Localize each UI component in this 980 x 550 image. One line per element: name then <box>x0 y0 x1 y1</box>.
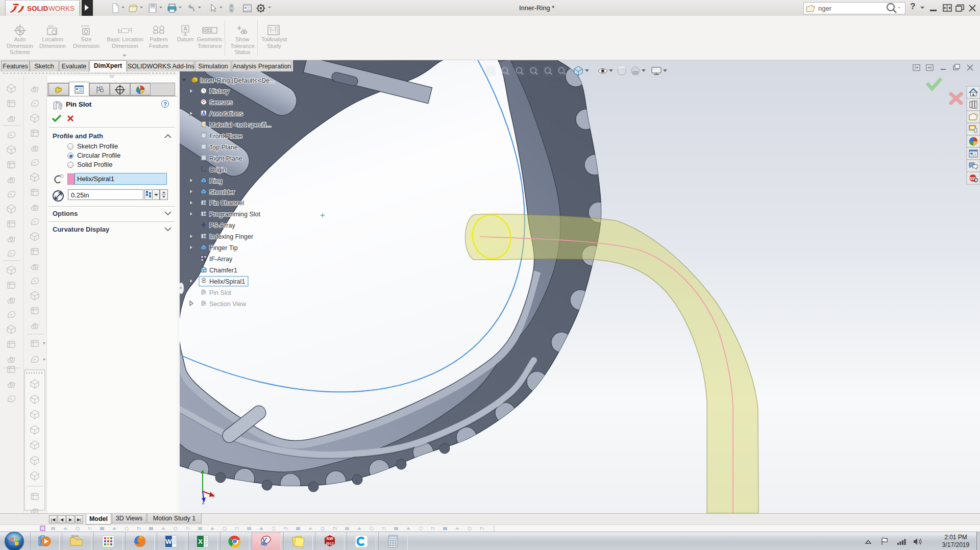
svg-text:Finger Tip: Finger Tip <box>209 244 238 252</box>
svg-text:A: A <box>184 26 187 32</box>
svg-text:Shoulder: Shoulder <box>209 189 235 196</box>
svg-text:IF-Array: IF-Array <box>209 256 233 263</box>
svg-text:2017: 2017 <box>326 542 334 545</box>
svg-text:Ring: Ring <box>209 178 223 185</box>
svg-text:Sensors: Sensors <box>209 99 233 106</box>
svg-text:X: X <box>198 538 203 545</box>
svg-text:Helix/Spiral1: Helix/Spiral1 <box>209 278 245 285</box>
svg-text:Chamfer1: Chamfer1 <box>209 267 237 274</box>
svg-text:Material <not specifi...: Material <not specifi... <box>209 121 272 129</box>
svg-text:x: x <box>212 493 215 498</box>
svg-text:SOLID: SOLID <box>27 5 48 12</box>
svg-text:Annotations: Annotations <box>209 110 243 117</box>
svg-text:Pin Channel: Pin Channel <box>209 199 244 207</box>
svg-text:Pin Slot: Pin Slot <box>209 289 232 296</box>
svg-text:Top Plane: Top Plane <box>209 144 238 151</box>
svg-text:Origin: Origin <box>209 166 226 173</box>
svg-text:Programming Slot: Programming Slot <box>209 211 261 218</box>
svg-text:Section View: Section View <box>209 301 247 308</box>
svg-text:WORKS: WORKS <box>48 5 75 12</box>
svg-text:W: W <box>165 538 172 545</box>
svg-text:Indexing Finger: Indexing Finger <box>209 233 253 240</box>
svg-text:SW: SW <box>327 536 333 541</box>
svg-text:z: z <box>202 499 205 505</box>
svg-text:xxx: xxx <box>84 24 89 28</box>
svg-text:Front Plane: Front Plane <box>209 133 242 140</box>
svg-text:Right Plane: Right Plane <box>209 155 242 162</box>
svg-text:A: A <box>202 111 205 116</box>
svg-text:History: History <box>209 88 230 95</box>
svg-text:PS-Array: PS-Array <box>209 222 235 229</box>
svg-text:xxx: xxx <box>48 24 54 28</box>
svg-text:Inner-Ring (Default<<De...: Inner-Ring (Default<<De... <box>200 77 275 84</box>
